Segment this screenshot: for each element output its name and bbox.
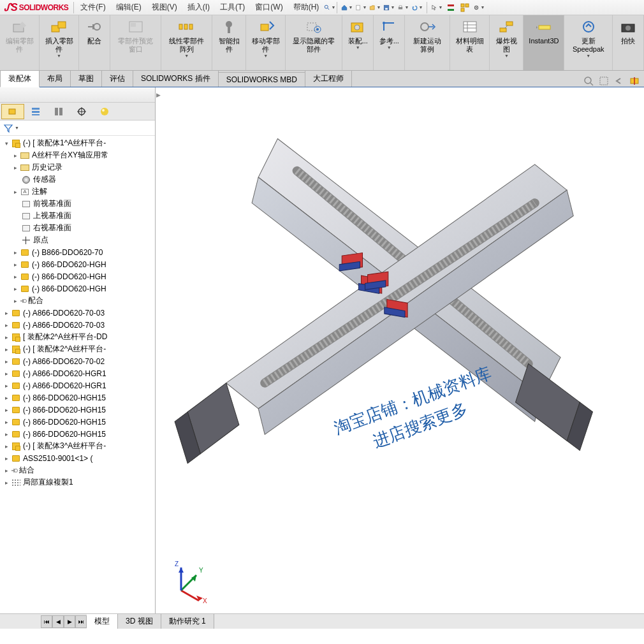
zoom-fit-icon[interactable] — [583, 75, 594, 87]
show-hidden-icon — [304, 18, 324, 36]
menu-insert[interactable]: 插入(I) — [182, 2, 215, 13]
tab-layout[interactable]: 布局 — [39, 70, 71, 87]
tree-component[interactable]: ▸(-) B866-DDO620-70 — [0, 246, 155, 258]
tree-origin[interactable]: 原点 — [0, 234, 155, 246]
ribbon-bom[interactable]: 材料明细表 — [450, 15, 490, 70]
tree-item[interactable]: ▸A丝杆平台XY轴应用常 — [0, 149, 155, 161]
tree-item[interactable]: 传感器 — [0, 173, 155, 186]
tree-component[interactable]: ▸(-) A866-DDO620-70-03 — [0, 307, 155, 319]
chevron-down-icon[interactable]: ▼ — [15, 126, 19, 130]
rebuild-icon[interactable] — [445, 2, 457, 13]
ribbon-instant3d[interactable]: Instant3D — [523, 15, 564, 70]
tree-component[interactable]: ▸(-) A866-DDO620-70-03 — [0, 319, 155, 331]
print-icon[interactable]: ▼ — [397, 2, 409, 13]
tree-component[interactable]: ▸(-) 866-DDO620-HGH15 — [0, 416, 155, 428]
feature-manager-tab-icon[interactable] — [1, 104, 24, 119]
ribbon-exploded-view[interactable]: 爆炸视图 ▼ — [490, 15, 523, 70]
tree-component[interactable]: ▸(-) 866-DDO620-HGH15 — [0, 392, 155, 404]
config-manager-tab-icon[interactable] — [47, 104, 70, 119]
tree-subassembly[interactable]: ▸(-) [ 装配体2^A丝杆平台- — [0, 343, 155, 355]
bottom-tab-model[interactable]: 模型 — [87, 614, 118, 629]
settings-icon[interactable]: ▼ — [473, 2, 485, 13]
tab-engineer[interactable]: 大工程师 — [305, 70, 352, 87]
display-manager-tab-icon[interactable] — [93, 104, 116, 119]
ribbon-update-speedpak[interactable]: 更新Speedpak ▼ — [564, 15, 613, 70]
menu-edit[interactable]: 编辑(E) — [111, 2, 147, 13]
bottom-tab-motion[interactable]: 動作研究 1 — [161, 614, 214, 629]
tree-component[interactable]: ▸(-) A866-DDO620-70-02 — [0, 355, 155, 367]
zoom-area-icon[interactable] — [598, 75, 610, 87]
tree-component[interactable]: ▸(-) 866-DDO620-HGH — [0, 282, 155, 295]
bottom-tab-3dview[interactable]: 3D 视图 — [118, 614, 161, 629]
undo-icon[interactable]: ▼ — [411, 2, 423, 13]
tree-component[interactable]: ▸(-) 866-DDO620-HGH — [0, 258, 155, 270]
ribbon-linear-pattern[interactable]: 线性零部件阵列 ▼ — [161, 15, 212, 70]
panel-splitter[interactable] — [156, 87, 161, 103]
tab-assembly[interactable]: 装配体 — [0, 70, 40, 87]
expand-icon[interactable]: ▸ — [11, 152, 19, 159]
tree-component[interactable]: ▸ASS2510-9001<1> ( — [0, 452, 155, 464]
new-icon[interactable]: ▼ — [355, 2, 367, 13]
select-icon[interactable]: ▼ — [431, 2, 443, 13]
nav-last-icon[interactable]: ⏭ — [75, 615, 87, 628]
nav-next-icon[interactable]: ▶ — [64, 615, 75, 628]
ribbon-reference-geometry[interactable]: 参考... ▼ — [374, 15, 405, 70]
ribbon-smart-fasteners[interactable]: 智能扣件 — [212, 15, 246, 70]
tree-subassembly[interactable]: ▸[ 装配体2^A丝杆平台-DD — [0, 331, 155, 343]
tab-sw-mbd[interactable]: SOLIDWORKS MBD — [218, 72, 305, 87]
tab-sw-addins[interactable]: SOLIDWORKS 插件 — [133, 70, 219, 87]
previous-view-icon[interactable] — [613, 75, 625, 87]
tree-component[interactable]: ▸(-) 866-DDO620-HGH15 — [0, 428, 155, 440]
tree-plane[interactable]: 前视基准面 — [0, 198, 155, 210]
ribbon-preview-window[interactable]: 零部件预览窗口 — [110, 15, 161, 70]
svg-rect-22 — [189, 24, 193, 29]
menu-file[interactable]: 文件(F) — [75, 2, 110, 13]
ribbon-snapshot[interactable]: 拍快 — [613, 15, 644, 70]
ribbon-new-motion-study[interactable]: 新建运动算例 — [405, 15, 450, 70]
tree-item[interactable]: ▸注解 — [0, 186, 155, 198]
tree-plane[interactable]: 上视基准面 — [0, 210, 155, 222]
search-icon[interactable]: ▼ — [324, 2, 335, 13]
tree-root[interactable]: ▾(-) [ 装配体1^A丝杆平台- — [0, 137, 155, 149]
ribbon-show-hidden[interactable]: 显示隐藏的零部件 — [286, 15, 342, 70]
tree-component[interactable]: ▸(-) 866-DDO620-HGH — [0, 270, 155, 282]
view-triad[interactable]: X Y Z — [168, 559, 213, 603]
open-icon[interactable]: ▼ — [369, 2, 381, 13]
tree-pattern[interactable]: ▸局部直線複製1 — [0, 476, 155, 488]
nav-first-icon[interactable]: ⏮ — [41, 615, 52, 628]
expand-icon[interactable]: ▸ — [11, 165, 19, 171]
tree-plane[interactable]: 右视基准面 — [0, 222, 155, 234]
home-icon[interactable]: ▼ — [341, 2, 353, 13]
save-icon[interactable]: ▼ — [383, 2, 395, 13]
expand-icon[interactable]: ▸ — [11, 189, 19, 195]
options-icon[interactable] — [459, 2, 471, 13]
tree-component[interactable]: ▸(-) A866-DDO620-HGR1 — [0, 379, 155, 392]
ribbon-edit-component[interactable]: 编辑零部件 — [0, 15, 40, 70]
insert-component-icon — [49, 18, 70, 36]
tree-mates[interactable]: ▸結合 — [0, 464, 155, 476]
menu-window[interactable]: 窗口(W) — [250, 2, 288, 13]
ribbon-mate[interactable]: 配合 — [79, 15, 110, 70]
menu-view[interactable]: 视图(V) — [147, 2, 182, 13]
feature-tree[interactable]: ▾(-) [ 装配体1^A丝杆平台- ▸A丝杆平台XY轴应用常 ▸历史记录 传感… — [0, 136, 155, 618]
ribbon-assembly-features[interactable]: 装配... ▼ — [342, 15, 374, 70]
tree-subassembly[interactable]: ▸(-) [ 装配体3^A丝杆平台- — [0, 440, 155, 452]
graphics-viewport[interactable]: 淘宝店铺：机械资料库 进店搜索更多 X Y Z — [156, 87, 644, 629]
tab-evaluate[interactable]: 评估 — [101, 70, 133, 87]
ribbon-insert-component[interactable]: 插入零部件 ▼ — [40, 15, 79, 70]
menu-help[interactable]: 帮助(H) — [288, 2, 325, 13]
nav-prev-icon[interactable]: ◀ — [52, 615, 64, 628]
filter-icon[interactable] — [3, 122, 14, 134]
collapse-icon[interactable]: ▾ — [3, 140, 10, 147]
tree-item[interactable]: ▸历史记录 — [0, 161, 155, 173]
property-manager-tab-icon[interactable] — [24, 104, 47, 119]
tree-component[interactable]: ▸(-) 866-DDO620-HGH15 — [0, 404, 155, 416]
mate-icon — [84, 18, 105, 36]
tree-mates[interactable]: ▸配合 — [0, 295, 155, 307]
menu-tools[interactable]: 工具(T) — [215, 2, 250, 13]
tree-component[interactable]: ▸(-) A866-DDO620-HGR1 — [0, 367, 155, 379]
dimxpert-tab-icon[interactable] — [70, 104, 93, 119]
ribbon-move-component[interactable]: 移动零部件 ▼ — [246, 15, 286, 70]
tab-sketch[interactable]: 草图 — [70, 70, 102, 87]
section-view-icon[interactable] — [629, 75, 640, 87]
